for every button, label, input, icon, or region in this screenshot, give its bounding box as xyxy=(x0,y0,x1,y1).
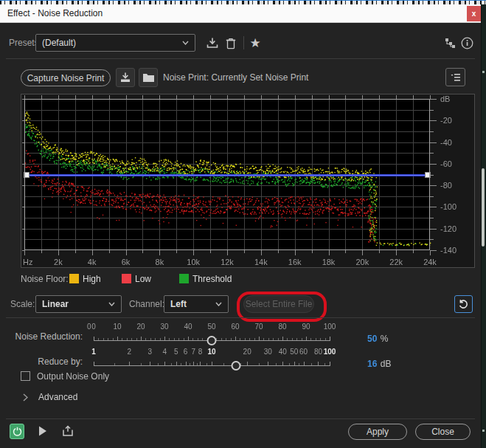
preview-play-button[interactable] xyxy=(37,425,49,437)
slider-track[interactable] xyxy=(94,365,330,366)
noise-print-status-label: Noise Print: xyxy=(163,72,209,83)
load-noise-print-button[interactable] xyxy=(139,68,158,87)
background-mark xyxy=(482,71,485,73)
effect-power-toggle[interactable] xyxy=(10,424,24,439)
reset-icon xyxy=(458,299,469,310)
slider-edge-label: 0 xyxy=(87,323,91,331)
x-axis-tick-label: 22k xyxy=(389,258,403,266)
scale-channel-row: Scale: Linear Channel: Left Select Entir… xyxy=(0,294,481,314)
slider-tick-label: 6 xyxy=(184,348,188,356)
x-axis-tick-label: 14k xyxy=(254,258,268,266)
slider-tick-label: 3 xyxy=(148,348,153,356)
slider-tick-label: 10 xyxy=(207,348,215,356)
save-noise-print-button[interactable] xyxy=(116,68,135,87)
close-dialog-button[interactable]: x xyxy=(467,6,481,21)
save-preset-button[interactable] xyxy=(204,35,221,51)
reduce-by-value: 16 dB xyxy=(367,356,392,370)
favorite-preset-button[interactable]: ★ xyxy=(248,35,263,51)
slider-tick-label: 50 xyxy=(207,323,215,331)
y-axis-tick-label: -60 xyxy=(440,159,452,168)
slider-tick-label: 70 xyxy=(254,323,263,331)
dialog-titlebar[interactable]: Effect - Noise Reduction x xyxy=(0,4,481,23)
reduce-by-label: Reduce by: xyxy=(0,356,83,367)
info-button[interactable] xyxy=(459,35,474,51)
scale-dropdown[interactable]: Linear xyxy=(35,295,122,313)
slider-tick-label: 20 xyxy=(243,348,251,356)
output-noise-only-row: Output Noise Only xyxy=(0,370,295,385)
x-axis-tick-label: 6k xyxy=(122,258,131,266)
slider-tick-label: 40 xyxy=(279,348,287,356)
presets-dropdown[interactable]: (Default) xyxy=(35,34,195,52)
y-axis-tick-label: -140 xyxy=(440,246,457,255)
divider xyxy=(6,418,475,419)
slider-tick-label: 90 xyxy=(302,323,310,331)
noise-print-status-value: Currently Set Noise Print xyxy=(211,72,308,83)
legend-threshold-label: Threshold xyxy=(192,274,232,284)
y-axis-tick-label: -80 xyxy=(440,181,452,190)
x-axis-tick-label: 10k xyxy=(187,258,200,266)
slider-tick-label: 30 xyxy=(264,348,272,356)
divider xyxy=(6,58,475,59)
x-axis-tick-label: 12k xyxy=(221,258,234,266)
slider-end-cap xyxy=(330,362,330,366)
footer: Apply Close xyxy=(0,422,481,446)
reset-button[interactable] xyxy=(454,295,473,313)
trash-icon xyxy=(226,37,236,49)
noise-floor-legend: Noise Floor: High Low Threshold xyxy=(21,272,463,286)
x-axis-tick-label: 4k xyxy=(88,258,97,266)
apply-button[interactable]: Apply xyxy=(348,424,407,440)
x-axis-tick-label: 2k xyxy=(54,258,63,266)
chevron-down-icon xyxy=(182,41,189,45)
slider-tick-label: 30 xyxy=(160,323,168,331)
delete-preset-button[interactable] xyxy=(223,35,238,51)
rack-routing-button[interactable] xyxy=(443,35,457,50)
slider-tick-label: 1 xyxy=(91,348,96,356)
slider-tick-label: 100 xyxy=(324,348,336,356)
output-noise-only-checkbox[interactable] xyxy=(21,371,30,381)
select-entire-file-button[interactable]: Select Entire File xyxy=(243,295,314,313)
y-axis-tick-label: -20 xyxy=(440,116,452,125)
x-axis-tick-label: 20k xyxy=(355,258,369,266)
reduce-by-slider[interactable]: 1234567810203040506080100 xyxy=(94,348,330,368)
capture-noise-print-button[interactable]: Capture Noise Print xyxy=(21,69,111,86)
advanced-row[interactable]: Advanced xyxy=(0,391,295,406)
close-button[interactable]: Close xyxy=(415,424,471,440)
presets-value: (Default) xyxy=(42,38,76,48)
graph-canvas[interactable] xyxy=(21,94,474,267)
panel-menu-button[interactable] xyxy=(445,68,465,86)
legend-low-label: Low xyxy=(135,274,151,284)
rack-routing-icon xyxy=(445,38,456,49)
loop-icon xyxy=(62,425,74,437)
scale-value: Linear xyxy=(42,299,69,309)
noise-reduction-dialog: Effect - Noise Reduction x Presets: (Def… xyxy=(0,4,481,448)
noise-print-status: Noise Print: Currently Set Noise Print xyxy=(163,72,308,83)
dialog-title: Effect - Noise Reduction xyxy=(7,4,103,23)
output-noise-only-label: Output Noise Only xyxy=(37,371,109,382)
legend-label: Noise Floor: xyxy=(21,274,69,284)
y-axis-tick-label: -40 xyxy=(440,138,452,147)
slider-tick-label: 80 xyxy=(314,348,322,356)
loop-playback-button[interactable] xyxy=(60,424,75,438)
noise-reduction-label: Noise Reduction: xyxy=(0,331,83,342)
info-icon xyxy=(461,37,473,49)
folder-icon xyxy=(142,72,155,83)
download-icon xyxy=(206,37,218,49)
advanced-label: Advanced xyxy=(38,392,77,402)
slider-tick-label: 10 xyxy=(113,323,121,331)
y-axis-tick-label: dB xyxy=(440,94,450,103)
noise-print-row: Capture Noise Print Noise Print: Current… xyxy=(0,66,481,90)
x-axis-tick-label: 8k xyxy=(156,258,164,266)
background-mark xyxy=(482,430,485,432)
power-icon xyxy=(13,427,22,436)
channel-value: Left xyxy=(170,299,187,309)
slider-tick-label: 40 xyxy=(184,323,192,331)
chevron-right-icon xyxy=(23,393,28,402)
noise-reduction-slider[interactable]: 00102030405060708090100 xyxy=(94,323,330,343)
noise-floor-graph[interactable]: dB-20-40-60-80-100-120-140 Hz2k4k6k8k10k… xyxy=(21,94,475,268)
channel-dropdown[interactable]: Left xyxy=(164,295,229,313)
scale-label: Scale: xyxy=(10,299,35,309)
slider-tick-label: 20 xyxy=(136,323,145,331)
slider-knob[interactable] xyxy=(207,336,217,345)
slider-end-cap xyxy=(94,362,94,366)
download-icon xyxy=(119,72,131,83)
